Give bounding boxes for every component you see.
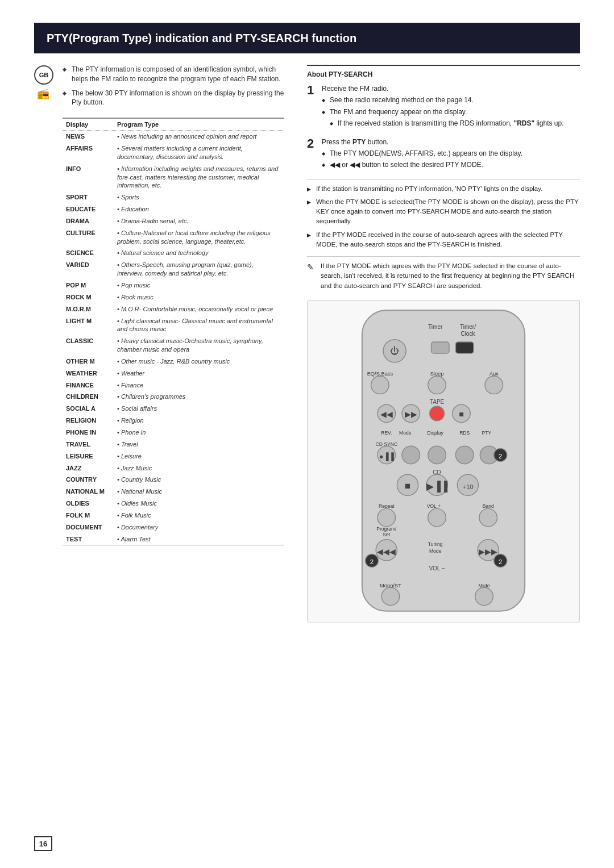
svg-text:Program/: Program/ (376, 526, 397, 532)
svg-text:PTY: PTY (482, 430, 492, 436)
svg-text:Set: Set (383, 532, 390, 537)
about-pty-section: About PTY-SEARCH 1 Receive the FM radio.… (307, 65, 580, 291)
step-2: 2 Press the PTY button. The PTY MODE(NEW… (307, 137, 580, 172)
table-row: TRAVEL• Travel (63, 439, 284, 450)
display-cell: DOCUMENT (63, 521, 114, 533)
description-cell: • M.O.R- Comfortable music, occasionally… (114, 303, 284, 315)
description-cell: • Finance (114, 379, 284, 391)
display-cell: NATIONAL M (63, 486, 114, 498)
step-2-title: Press the PTY button. (322, 137, 522, 147)
description-cell: • Leisure (114, 450, 284, 462)
svg-point-9 (371, 376, 389, 394)
display-cell: VARIED (63, 259, 114, 279)
svg-point-30 (402, 446, 420, 464)
description-cell: • Natural science and technology (114, 247, 284, 259)
description-cell: • Documentary (114, 521, 284, 533)
description-cell: • Education (114, 203, 284, 215)
display-cell: COUNTRY (63, 474, 114, 486)
steps-list: 1 Receive the FM radio. See the radio re… (307, 84, 580, 172)
table-row: OLDIES• Oldies Music (63, 498, 284, 510)
display-cell: RELIGION (63, 415, 114, 427)
table-row: SOCIAL A• Social affairs (63, 403, 284, 415)
display-cell: JAZZ (63, 462, 114, 474)
step-2-number: 2 (307, 137, 317, 172)
note-section: If the station is transmitting no PTY in… (307, 179, 580, 250)
pty-table: Display Program Type NEWS• News includin… (63, 118, 284, 545)
step-1-sub2: The FM and frequency appear on the displ… (322, 107, 564, 117)
step-1-sub1: See the radio receiving method on the pa… (322, 95, 564, 105)
display-cell: FOLK M (63, 510, 114, 521)
svg-text:VOL +: VOL + (427, 503, 441, 509)
arrow-note-1: If the station is transmitting no PTY in… (307, 184, 580, 194)
svg-text:REV.: REV. (381, 430, 392, 436)
page-title: PTY(Program Type) indication and PTY-SEA… (47, 31, 567, 45)
svg-text:Timer/: Timer/ (460, 324, 476, 330)
svg-text:▶▶▶: ▶▶▶ (479, 547, 497, 556)
svg-rect-6 (432, 342, 449, 353)
svg-text:RDS: RDS (459, 430, 470, 436)
table-row: JAZZ• Jazz Music (63, 462, 284, 474)
description-cell: • National Music (114, 486, 284, 498)
svg-text:▶▶: ▶▶ (405, 410, 417, 419)
table-row: ROCK M• Rock music (63, 291, 284, 303)
description-cell: • News including an announced opinion an… (114, 131, 284, 143)
table-row: WEATHER• Weather (63, 368, 284, 379)
table-row: NEWS• News including an announced opinio… (63, 131, 284, 143)
arrow-note-2: When the PTY MODE is selected(The PTY MO… (307, 197, 580, 227)
about-pty-heading: About PTY-SEARCH (307, 70, 580, 78)
table-row: DOCUMENT• Documentary (63, 521, 284, 533)
description-cell: • Country Music (114, 474, 284, 486)
svg-text:■: ■ (405, 480, 410, 491)
svg-rect-7 (455, 342, 473, 353)
svg-text:■: ■ (459, 410, 464, 419)
svg-text:TAPE: TAPE (430, 399, 445, 405)
main-content: The PTY information is composed of an id… (34, 65, 580, 623)
svg-text:Timer: Timer (428, 324, 443, 330)
svg-text:Clock: Clock (460, 331, 475, 337)
table-row: PHONE IN• Phone in (63, 427, 284, 439)
table-row: EDUCATE• Education (63, 203, 284, 215)
description-cell: • Jazz Music (114, 462, 284, 474)
display-cell: OTHER M (63, 356, 114, 368)
description-cell: • Religion (114, 415, 284, 427)
display-cell: NEWS (63, 131, 114, 143)
display-cell: TRAVEL (63, 439, 114, 450)
display-cell: ROCK M (63, 291, 114, 303)
svg-point-44 (377, 508, 395, 526)
table-row: CULTURE• Culture-National or local cultu… (63, 227, 284, 248)
svg-text:EQ/S.Bass: EQ/S.Bass (367, 371, 393, 377)
page-header: PTY(Program Type) indication and PTY-SEA… (34, 23, 580, 53)
table-col1-header: Display (63, 118, 114, 131)
intro-bullet-1: The PTY information is composed of an id… (63, 65, 284, 84)
display-cell: SCIENCE (63, 247, 114, 259)
svg-point-11 (428, 376, 446, 394)
description-cell: • Sports (114, 191, 284, 203)
svg-point-46 (428, 508, 446, 526)
description-cell: • Light classical music- Classical music… (114, 315, 284, 336)
svg-text:+10: +10 (462, 483, 473, 490)
display-cell: DRAMA (63, 215, 114, 227)
description-cell: • Children's programmes (114, 391, 284, 403)
display-cell: POP M (63, 279, 114, 291)
description-cell: • Pop music (114, 279, 284, 291)
description-cell: • Drama-Radio serial, etc. (114, 215, 284, 227)
svg-text:Band: Band (483, 503, 494, 509)
remote-svg: Timer Timer/ Clock ⏻ EQ/S.Bass Sleep Aux (313, 306, 574, 615)
table-row: SCIENCE• Natural science and technology (63, 247, 284, 259)
table-row: INFO• Information including weights and … (63, 163, 284, 192)
table-row: COUNTRY• Country Music (63, 474, 284, 486)
table-row: FINANCE• Finance (63, 379, 284, 391)
antenna-icon: 📻 (37, 87, 49, 100)
table-row: RELIGION• Religion (63, 415, 284, 427)
step-2-content: Press the PTY button. The PTY MODE(NEWS,… (322, 137, 522, 172)
svg-text:Mode: Mode (399, 430, 412, 436)
table-row: DRAMA• Drama-Radio serial, etc. (63, 215, 284, 227)
step-1-title: Receive the FM radio. (322, 84, 564, 94)
svg-text:◀◀: ◀◀ (380, 410, 393, 419)
table-row: LIGHT M• Light classical music- Classica… (63, 315, 284, 336)
svg-text:Display: Display (428, 430, 444, 436)
description-cell: • Rock music (114, 291, 284, 303)
table-row: AFFAIRS• Several matters including a cur… (63, 143, 284, 163)
arrow-note-3: If the PTY MODE received in the course o… (307, 230, 580, 250)
display-cell: LEISURE (63, 450, 114, 462)
